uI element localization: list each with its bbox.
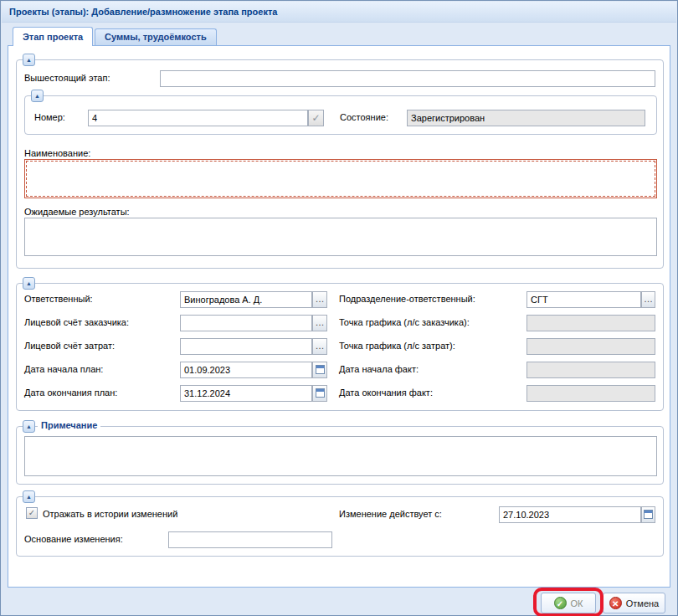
- ok-icon: ✓: [554, 597, 567, 609]
- change-effective-label: Изменение действует с:: [339, 509, 442, 519]
- start-date-fact-label: Дата начала факт:: [339, 364, 419, 374]
- end-date-fact-field: [526, 385, 655, 402]
- window-title: Проекты (этапы): Добавление/размножение …: [2, 2, 676, 23]
- collapse-icon[interactable]: ▲: [23, 490, 35, 503]
- reflect-history-checkbox[interactable]: ✓: [26, 507, 38, 519]
- schedule-point-cost-label: Точка графика (л/с затрат):: [339, 341, 455, 351]
- cost-account-input[interactable]: [180, 338, 312, 355]
- expected-results-label: Ожидаемые результаты:: [24, 207, 130, 217]
- collapse-icon[interactable]: ▲: [31, 90, 44, 102]
- cancel-icon: ✕: [609, 597, 622, 609]
- number-input[interactable]: [88, 110, 308, 126]
- customer-account-input[interactable]: [180, 315, 312, 331]
- ok-button[interactable]: ✓ ОК: [541, 593, 596, 613]
- responsible-input[interactable]: [180, 291, 312, 308]
- fieldset-history: [16, 496, 664, 557]
- change-reason-input[interactable]: [168, 531, 332, 548]
- expected-results-textarea[interactable]: [24, 218, 657, 256]
- collapse-icon[interactable]: ▲: [23, 54, 35, 66]
- start-date-plan-label: Дата начала план:: [24, 364, 103, 374]
- collapse-icon[interactable]: ▲: [23, 277, 35, 290]
- start-date-plan-input[interactable]: [180, 362, 312, 378]
- ok-button-label: ОК: [571, 598, 583, 608]
- calendar-icon[interactable]: [641, 506, 655, 523]
- end-date-plan-input[interactable]: [180, 385, 312, 402]
- cost-account-label: Лицевой счёт затрат:: [24, 341, 115, 351]
- state-field: [407, 110, 645, 126]
- end-date-plan-label: Дата окончания план:: [24, 388, 117, 398]
- ellipsis-icon[interactable]: …: [312, 315, 327, 331]
- customer-account-label: Лицевой счёт заказчика:: [24, 317, 129, 327]
- ellipsis-icon[interactable]: …: [641, 291, 655, 308]
- note-legend: Примечание: [38, 420, 100, 430]
- calendar-icon[interactable]: [312, 385, 327, 402]
- cancel-button-label: Отмена: [626, 598, 659, 608]
- change-reason-label: Основание изменения:: [24, 534, 123, 544]
- state-label: Состояние:: [340, 112, 388, 122]
- check-icon[interactable]: ✓: [308, 110, 324, 126]
- calendar-icon[interactable]: [312, 362, 327, 378]
- number-label: Номер:: [34, 112, 65, 122]
- parent-stage-input[interactable]: [160, 70, 655, 87]
- ellipsis-icon[interactable]: …: [312, 291, 327, 308]
- department-label: Подразделение-ответственный:: [339, 294, 475, 304]
- note-textarea[interactable]: [24, 436, 657, 476]
- collapse-icon[interactable]: ▲: [23, 420, 35, 433]
- name-label: Наименование:: [24, 148, 90, 158]
- tab-sums[interactable]: Суммы, трудоёмкость: [95, 28, 217, 45]
- parent-stage-label: Вышестоящий этап:: [24, 73, 110, 83]
- change-effective-input[interactable]: [499, 506, 641, 523]
- schedule-point-cost-field: [526, 338, 655, 355]
- responsible-label: Ответственный:: [24, 294, 93, 304]
- ellipsis-icon[interactable]: …: [312, 338, 327, 355]
- reflect-history-label: Отражать в истории изменений: [43, 509, 177, 519]
- dialog-window: Проекты (этапы): Добавление/размножение …: [0, 0, 678, 616]
- start-date-fact-field: [526, 362, 655, 378]
- end-date-fact-label: Дата окончания факт:: [339, 388, 433, 398]
- tab-stage[interactable]: Этап проекта: [13, 27, 93, 46]
- department-input[interactable]: [526, 291, 641, 308]
- name-textarea[interactable]: [24, 159, 657, 198]
- schedule-point-customer-field: [526, 315, 655, 331]
- cancel-button[interactable]: ✕ Отмена: [603, 593, 665, 613]
- screen: Проекты (этапы): Добавление/размножение …: [0, 0, 678, 616]
- schedule-point-customer-label: Точка графика (л/с заказчика):: [339, 317, 470, 327]
